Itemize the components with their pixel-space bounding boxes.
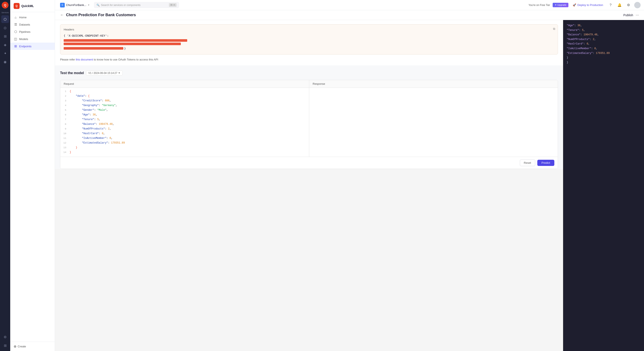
rp-line-isactivemember: "IsActiveMember": 0, [567, 46, 640, 51]
pipelines-icon: ⬡ [14, 30, 18, 34]
request-header: Request [60, 80, 309, 88]
create-label: Create [18, 345, 26, 348]
test-columns: Request Response [60, 80, 558, 88]
code-line-12: 12 "EstimatedSalary": 179351.89 [60, 141, 309, 146]
rp-line-age: "Age": 36, [567, 24, 640, 28]
project-name: ChurnForBank... [66, 4, 86, 6]
help-button[interactable]: ? [607, 2, 614, 8]
rail-icon-3[interactable]: ⊞ [1, 32, 9, 40]
home-icon: ⌂ [14, 16, 18, 19]
predict-button[interactable]: Predict [537, 160, 554, 166]
reset-button[interactable]: Reset [520, 160, 535, 166]
version-chevron-icon: ▼ [118, 72, 120, 74]
headers-code: { 'X-QUICKML-ENDPOINT-KEY': } [64, 33, 554, 51]
topbar-right: You're on Free Tier ✦ Upgrade 🚀 Deploy t… [528, 2, 640, 8]
search-shortcut: ⌘+K [169, 3, 177, 7]
redacted-bar-3 [64, 47, 123, 50]
rail-icon-grid[interactable]: ⊞ [1, 342, 9, 349]
right-panel-code: "Age": 36, "Tenure": 5, "Balance": 19047… [567, 24, 640, 65]
create-button[interactable]: ⊕ Create [10, 342, 55, 351]
upgrade-button[interactable]: ✦ Upgrade [553, 3, 568, 7]
rail-icon-4[interactable]: ◈ [1, 41, 9, 48]
icon-rail: Q Services ⬡ ◎ ⊞ ◈ ✦ ◉ ⚙ ⊞ [0, 0, 10, 351]
deploy-button[interactable]: 🚀 Deploy to Production [571, 2, 605, 8]
test-code-area: 1 { 2 "data": { 3 "CreditScore": 606, [60, 88, 558, 157]
app-logo[interactable]: Q [2, 2, 8, 8]
redacted-row-3: } [64, 46, 554, 51]
deploy-icon: 🚀 [573, 4, 576, 6]
deploy-label: Deploy to Production [577, 4, 603, 6]
page-header: ← Churn Prediction For Bank Customers Pu… [55, 10, 644, 20]
search-box[interactable]: 🔍 Search for services or components ⌘+K [94, 2, 179, 8]
code-line-3: 3 "CreditScore": 606, [60, 99, 309, 104]
test-header: Test the model V1 / 2024-06-04 15:14:27 … [60, 70, 558, 76]
sidebar-home-label: Home [19, 16, 26, 19]
test-columns-container: Request Response 1 { 2 [60, 80, 558, 169]
version-selector[interactable]: V1 / 2024-06-04 15:14:27 ▼ [86, 70, 123, 76]
rail-icon-2[interactable]: ◎ [1, 24, 9, 32]
redacted-bar-1 [64, 39, 187, 42]
rp-close-1: } [567, 56, 640, 60]
models-icon: ◫ [14, 37, 18, 41]
search-icon: 🔍 [96, 4, 100, 6]
headers-title: Headers [64, 28, 554, 31]
sidebar-item-home[interactable]: ⌂ Home [10, 14, 55, 21]
project-icon: C [60, 3, 65, 8]
content-area: Headers ⧉ { 'X-QUICKML-ENDPOINT-KEY': } … [55, 20, 563, 351]
project-chevron-icon: ▼ [88, 4, 90, 6]
project-selector[interactable]: C ChurnForBank... ▼ [58, 2, 91, 8]
more-options-button[interactable]: ··· [636, 13, 639, 17]
code-line-7: 7 "Tenure": 5, [60, 118, 309, 122]
sidebar-nav: ⌂ Home ☰ Datasets ⬡ Pipelines ◫ Models ⊞… [10, 12, 55, 342]
response-header: Response [309, 80, 558, 88]
headers-section: Headers ⧉ { 'X-QUICKML-ENDPOINT-KEY': } … [55, 20, 563, 66]
notifications-button[interactable]: 🔔 [616, 2, 623, 8]
sidebar-endpoints-label: Endpoints [19, 45, 32, 48]
rail-icon-6[interactable]: ◉ [1, 58, 9, 66]
endpoints-icon: ⊞ [14, 44, 18, 48]
redacted-bar-2 [64, 42, 181, 45]
sidebar-item-datasets[interactable]: ☰ Datasets [10, 21, 55, 28]
page-title: Churn Prediction For Bank Customers [66, 13, 136, 17]
code-line-4: 4 "Geography": "Germany", [60, 104, 309, 108]
quickml-logo: Q [14, 3, 20, 9]
action-bar: Reset Predict [60, 157, 558, 169]
copy-button[interactable]: ⧉ [553, 27, 555, 31]
test-section: Test the model V1 / 2024-06-04 15:14:27 … [55, 66, 563, 169]
oauth-link[interactable]: this document [76, 58, 93, 61]
oauth-note: Please refer this document to know how t… [60, 58, 558, 61]
user-avatar[interactable] [634, 2, 640, 8]
rp-line-estimatedsalary: "EstimatedSalary": 179351.89 [567, 51, 640, 56]
services-label: Services [2, 12, 9, 14]
code-line-9: 9 "NumOfProducts": 2, [60, 127, 309, 132]
rp-line-balance: "Balance": 190479.48, [567, 32, 640, 37]
code-line-13: 13 } [60, 146, 309, 150]
rail-icon-1[interactable]: ⬡ [1, 15, 9, 23]
sidebar-item-endpoints[interactable]: ⊞ Endpoints [10, 42, 55, 50]
rp-line-numofproducts: "NumOfProducts": 2, [567, 37, 640, 42]
rail-icon-tools[interactable]: ⚙ [1, 333, 9, 341]
page-header-left: ← Churn Prediction For Bank Customers [60, 13, 136, 17]
main-content: C ChurnForBank... ▼ 🔍 Search for service… [55, 0, 644, 351]
sidebar-item-pipelines[interactable]: ⬡ Pipelines [10, 28, 55, 35]
headers-box: Headers ⧉ { 'X-QUICKML-ENDPOINT-KEY': } [60, 24, 558, 54]
sidebar-item-models[interactable]: ◫ Models [10, 35, 55, 42]
rail-icon-5[interactable]: ✦ [1, 50, 9, 57]
code-line-6: 6 "Age": 36, [60, 113, 309, 118]
create-plus-icon: ⊕ [14, 344, 16, 348]
back-button[interactable]: ← [60, 13, 64, 17]
datasets-icon: ☰ [14, 22, 18, 26]
free-tier-badge: You're on Free Tier [528, 4, 550, 6]
topbar: C ChurnForBank... ▼ 🔍 Search for service… [55, 0, 644, 10]
sidebar: Q QuickML ⌂ Home ☰ Datasets ⬡ Pipelines … [10, 0, 55, 351]
side-code-panel: "Age": 36, "Tenure": 5, "Balance": 19047… [563, 20, 644, 351]
code-line-14: 14 } [60, 150, 309, 155]
rp-close-2: } [567, 60, 640, 65]
settings-button[interactable]: ⚙ [625, 2, 632, 8]
request-code-area: 1 { 2 "data": { 3 "CreditScore": 606, [60, 88, 309, 157]
header-key-label: { 'X-QUICKML-ENDPOINT-KEY': [64, 34, 108, 37]
publish-button[interactable]: Publish [623, 14, 633, 17]
code-line-11: 11 "IsActiveMember": 0, [60, 136, 309, 141]
sidebar-datasets-label: Datasets [19, 23, 30, 26]
code-line-2: 2 "data": { [60, 94, 309, 99]
